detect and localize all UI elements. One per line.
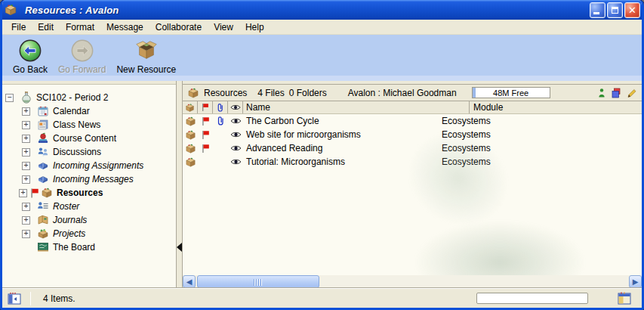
- menu-collaborate[interactable]: Collaborate: [149, 20, 208, 34]
- flask-icon: [20, 91, 32, 104]
- collapse-icon[interactable]: −: [5, 94, 14, 102]
- app-package-icon: [4, 3, 17, 17]
- resource-module: Ecosystems: [442, 116, 491, 126]
- sidebar-item-incoming-assignments[interactable]: + Incoming Assignments: [2, 159, 176, 172]
- discussions-icon: [37, 146, 49, 158]
- minimize-icon: [593, 12, 599, 14]
- menu-help[interactable]: Help: [239, 20, 270, 34]
- sidebar-item-the-board[interactable]: The Board: [2, 240, 176, 254]
- menu-bar: File Edit Format Message Collaborate Vie…: [2, 20, 642, 35]
- course-content-icon: [37, 132, 49, 144]
- close-button[interactable]: ✕: [624, 2, 640, 18]
- folder-count: 0 Folders: [289, 88, 327, 98]
- panel-splitter[interactable]: [176, 81, 183, 288]
- new-resource-button[interactable]: New Resource: [113, 38, 179, 76]
- sidebar-item-resources[interactable]: + Resources: [2, 186, 176, 200]
- go-forward-button[interactable]: Go Forward: [55, 38, 109, 76]
- expand-icon[interactable]: +: [22, 216, 30, 225]
- column-module[interactable]: Module: [469, 101, 642, 113]
- column-visibility[interactable]: [228, 101, 243, 113]
- resources-panel: Resources 4 Files 0 Folders Avalon : Mic…: [183, 81, 642, 288]
- sidebar-item-label: Calendar: [53, 106, 90, 116]
- go-back-label: Go Back: [13, 64, 48, 75]
- tree-root-sci102[interactable]: − SCI102 - Period 2: [2, 91, 176, 104]
- toggle-left-panel-icon[interactable]: [8, 292, 21, 305]
- list-item-tutorial[interactable]: Tutorial: Microorganisms Ecosystems: [183, 155, 642, 169]
- scrollbar-thumb[interactable]: [197, 275, 319, 288]
- close-icon: ✕: [625, 4, 639, 17]
- sidebar-item-calendar[interactable]: + Calendar: [2, 104, 176, 118]
- sidebar-item-projects[interactable]: + Projects: [2, 227, 176, 240]
- free-space-label: 48M Free: [493, 88, 528, 98]
- sidebar-item-course-content[interactable]: + Course Content: [2, 132, 176, 145]
- toolbar-edge: [2, 76, 642, 81]
- sidebar-item-incoming-messages[interactable]: + Incoming Messages: [2, 172, 176, 186]
- column-type[interactable]: [183, 101, 198, 113]
- eye-icon[interactable]: [230, 117, 242, 125]
- owner-label: Avalon : Michael Goodman: [348, 88, 457, 98]
- toolbar: Go Back Go Forward New Resource: [2, 35, 642, 76]
- menu-view[interactable]: View: [208, 20, 239, 34]
- list-item-carbon-cycle[interactable]: The Carbon Cycle Ecosystems: [183, 114, 642, 128]
- toggle-right-panel-icon[interactable]: [618, 292, 631, 305]
- sidebar-item-label: Discussions: [53, 147, 101, 157]
- menu-edit[interactable]: Edit: [32, 20, 60, 34]
- book-icon: [37, 173, 49, 185]
- menu-format[interactable]: Format: [60, 20, 100, 34]
- package-icon: [41, 187, 53, 199]
- minimize-button[interactable]: [590, 2, 605, 18]
- expand-icon[interactable]: +: [22, 135, 30, 143]
- expand-icon[interactable]: +: [19, 189, 27, 197]
- package-icon: [185, 129, 196, 141]
- expand-icon[interactable]: +: [22, 230, 30, 238]
- maximize-button[interactable]: [607, 2, 623, 18]
- scroll-left-button[interactable]: ◀: [183, 275, 196, 288]
- person-icon[interactable]: [596, 88, 607, 98]
- expand-icon[interactable]: +: [22, 107, 30, 116]
- expand-icon[interactable]: +: [22, 148, 30, 157]
- layers-icon[interactable]: [612, 88, 622, 98]
- forward-circle-icon: [70, 39, 94, 63]
- resource-module: Ecosystems: [442, 129, 491, 140]
- flag-icon: [202, 130, 210, 140]
- sidebar-item-label: Incoming Messages: [53, 174, 134, 184]
- go-back-button[interactable]: Go Back: [10, 38, 51, 76]
- horizontal-scrollbar[interactable]: ◀ ▶: [183, 275, 642, 288]
- eye-icon[interactable]: [230, 131, 242, 138]
- status-progress-well: [476, 293, 588, 304]
- resources-list: The Carbon Cycle Ecosystems Web site for…: [183, 114, 642, 275]
- menu-file[interactable]: File: [5, 20, 32, 34]
- paperclip-icon: [216, 103, 224, 113]
- sidebar-item-journals[interactable]: + Journals: [2, 213, 176, 227]
- journal-icon: [37, 214, 49, 226]
- pencil-icon[interactable]: [627, 88, 637, 98]
- eye-icon[interactable]: [230, 144, 242, 152]
- title-bar[interactable]: Resources : Avalon ✕: [0, 0, 644, 20]
- expand-icon[interactable]: +: [22, 121, 30, 129]
- file-count: 4 Files: [257, 88, 284, 98]
- sidebar-item-discussions[interactable]: + Discussions: [2, 145, 176, 159]
- column-name[interactable]: Name: [243, 101, 469, 113]
- status-bar: 4 Items.: [2, 288, 642, 308]
- column-attachment[interactable]: [213, 101, 228, 113]
- eye-icon[interactable]: [230, 158, 242, 166]
- info-bar-icons: [596, 88, 637, 98]
- expand-icon[interactable]: +: [22, 162, 30, 170]
- sidebar-item-class-news[interactable]: + Class News: [2, 118, 176, 132]
- resource-name: Tutorial: Microorganisms: [243, 157, 345, 167]
- sidebar-item-roster[interactable]: + Roster: [2, 200, 176, 213]
- column-flag[interactable]: [198, 101, 213, 113]
- sidebar-item-label: Roster: [53, 201, 79, 212]
- window-title: Resources : Avalon: [25, 5, 588, 16]
- package-icon: [185, 103, 195, 113]
- expand-icon[interactable]: +: [22, 203, 30, 211]
- list-item-web-site[interactable]: Web site for microorganisms Ecosystems: [183, 128, 642, 141]
- scroll-right-button[interactable]: ▶: [629, 275, 642, 288]
- menu-message[interactable]: Message: [100, 20, 149, 34]
- collapse-arrow-icon[interactable]: [177, 243, 182, 252]
- list-item-advanced-reading[interactable]: Advanced Reading Ecosystems: [183, 141, 642, 155]
- book-icon: [37, 160, 49, 172]
- package-icon: [185, 143, 196, 154]
- app-window: Resources : Avalon ✕ File Edit Format Me…: [0, 0, 644, 310]
- expand-icon[interactable]: +: [22, 175, 30, 184]
